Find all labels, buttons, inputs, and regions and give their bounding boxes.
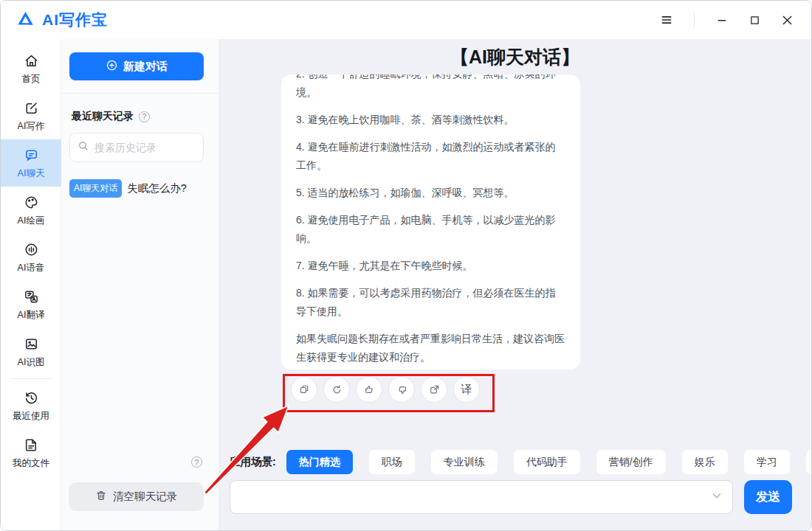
message-input-box[interactable]: [230, 480, 733, 514]
sidebar-item-label: AI写作: [18, 120, 45, 133]
sidebar-item-recently-used[interactable]: 最近使用: [1, 382, 61, 429]
sidebar-item-ai-image-recognition[interactable]: AI识图: [1, 328, 61, 375]
new-chat-button[interactable]: 新建对话: [69, 52, 204, 80]
scene-button-code-assistant[interactable]: 代码助手: [514, 450, 580, 474]
scene-button-entertainment[interactable]: 娱乐: [682, 450, 728, 474]
sidebar-item-ai-writing[interactable]: AI写作: [1, 92, 61, 139]
message-paragraph: 8. 如果需要，可以考虑采用药物治疗，但必须在医生的指导下使用。: [296, 284, 565, 321]
clear-history-button[interactable]: 清空聊天记录: [69, 482, 204, 511]
palette-icon: [23, 194, 40, 211]
message-paragraph: 4. 避免在睡前进行刺激性活动，如激烈的运动或者紧张的工作。: [296, 138, 565, 175]
chat-history-panel: 新建对话 最近聊天记录 ? AI聊天对话 失眠怎么办? ? 清空聊天记录: [61, 39, 219, 530]
app-logo: AI写作宝: [16, 9, 108, 32]
plus-circle-icon: [106, 59, 118, 74]
sidebar-item-label: AI翻译: [18, 309, 45, 322]
scene-button-hot-picks[interactable]: 热门精选: [286, 450, 353, 474]
ai-message-bubble: 2. 创造一个舒适的睡眠环境，保持安静、黑暗、凉爽的环境。 3. 避免在晚上饮用…: [281, 74, 580, 369]
message-paragraph: 2. 创造一个舒适的睡眠环境，保持安静、黑暗、凉爽的环境。: [296, 74, 565, 102]
document-icon: [23, 437, 40, 454]
translate-glyph: 译: [461, 383, 472, 397]
sidebar-rail: 首页 AI写作 AI聊天 AI绘画 AI语音 AI翻译 AI识图 最: [1, 39, 61, 530]
sidebar-item-label: 首页: [22, 73, 41, 86]
close-button[interactable]: [773, 7, 801, 32]
conversation-list-item[interactable]: AI聊天对话 失眠怎么办?: [69, 179, 211, 198]
scenes-row: 应用场景: 热门精选 职场 专业训练 代码助手 营销/创作 娱乐 学习 其他: [230, 450, 804, 474]
conversation-title: 失眠怎么办?: [127, 181, 187, 195]
help-icon[interactable]: ?: [191, 457, 202, 468]
sidebar-item-label: AI识图: [18, 356, 45, 369]
sidebar-item-my-files[interactable]: 我的文件: [1, 429, 61, 476]
maximize-button[interactable]: [740, 7, 768, 32]
message-action-row: 译: [291, 376, 480, 403]
topbar: AI写作宝: [1, 1, 811, 39]
panel-divider: [61, 93, 219, 94]
translate-icon: [23, 288, 40, 305]
conversation-badge: AI聊天对话: [69, 179, 122, 198]
send-button[interactable]: 发送: [744, 480, 792, 514]
sidebar-item-home[interactable]: 首页: [1, 45, 61, 92]
topbar-divider: [694, 13, 695, 27]
sidebar-item-label: 我的文件: [13, 457, 49, 470]
scene-button-other[interactable]: 其他: [806, 450, 812, 474]
app-title: AI写作宝: [42, 10, 108, 30]
scene-button-marketing[interactable]: 营销/创作: [596, 450, 666, 474]
logo-icon: [16, 9, 35, 32]
search-input[interactable]: [94, 142, 196, 153]
trash-icon: [95, 490, 107, 504]
message-paragraph: 7. 避免午睡，尤其是在下午晚些时候。: [296, 257, 565, 275]
message-paragraph: 如果失眠问题长期存在或者严重影响日常生活，建议咨询医生获得更专业的建议和治疗。: [296, 330, 565, 367]
message-input[interactable]: [239, 491, 710, 503]
translate-button[interactable]: 译: [453, 376, 480, 403]
message-paragraph: 3. 避免在晚上饮用咖啡、茶、酒等刺激性饮料。: [296, 111, 565, 129]
hamburger-menu-icon[interactable]: [653, 7, 681, 32]
sidebar-item-ai-drawing[interactable]: AI绘画: [1, 187, 61, 234]
compose-icon: [23, 100, 40, 117]
scene-button-study[interactable]: 学习: [744, 450, 790, 474]
message-paragraph: 6. 避免使用电子产品，如电脑、手机等，以减少蓝光的影响。: [296, 211, 565, 248]
sidebar-divider: [10, 378, 52, 379]
minimize-button[interactable]: [708, 7, 736, 32]
search-icon: [78, 140, 89, 155]
sidebar-item-ai-translate[interactable]: AI翻译: [1, 281, 61, 328]
share-button[interactable]: [421, 376, 447, 403]
app-window: AI写作宝 首页 AI写作: [0, 0, 812, 531]
voice-icon: [23, 241, 40, 258]
thumbs-up-button[interactable]: [356, 376, 382, 403]
help-icon[interactable]: ?: [139, 111, 150, 122]
home-icon: [23, 52, 40, 69]
sidebar-item-label: AI语音: [18, 262, 45, 274]
chat-main-area: 【AI聊天对话】 2. 创造一个舒适的睡眠环境，保持安静、黑暗、凉爽的环境。 3…: [219, 39, 811, 530]
image-recognition-icon: [23, 336, 40, 353]
regenerate-button[interactable]: [323, 376, 350, 403]
sidebar-item-ai-chat[interactable]: AI聊天: [1, 139, 61, 187]
sidebar-item-ai-voice[interactable]: AI语音: [1, 234, 61, 281]
sidebar-item-label: AI聊天: [18, 167, 45, 180]
sidebar-item-label: 最近使用: [13, 410, 49, 423]
scene-button-workplace[interactable]: 职场: [369, 450, 415, 474]
chevron-down-icon[interactable]: [710, 489, 723, 505]
history-icon: [23, 389, 40, 406]
message-paragraph: 5. 适当的放松练习，如瑜伽、深呼吸、冥想等。: [296, 184, 565, 202]
copy-button[interactable]: [291, 376, 317, 403]
sidebar-item-label: AI绘画: [18, 215, 45, 227]
thumbs-down-button[interactable]: [388, 376, 415, 403]
history-section-title: 最近聊天记录: [72, 110, 134, 123]
scenes-label: 应用场景:: [230, 455, 276, 469]
chat-icon: [23, 147, 40, 164]
history-search-box[interactable]: [69, 133, 204, 162]
scene-button-pro-training[interactable]: 专业训练: [431, 450, 498, 474]
page-title: 【AI聊天对话】: [219, 45, 811, 69]
